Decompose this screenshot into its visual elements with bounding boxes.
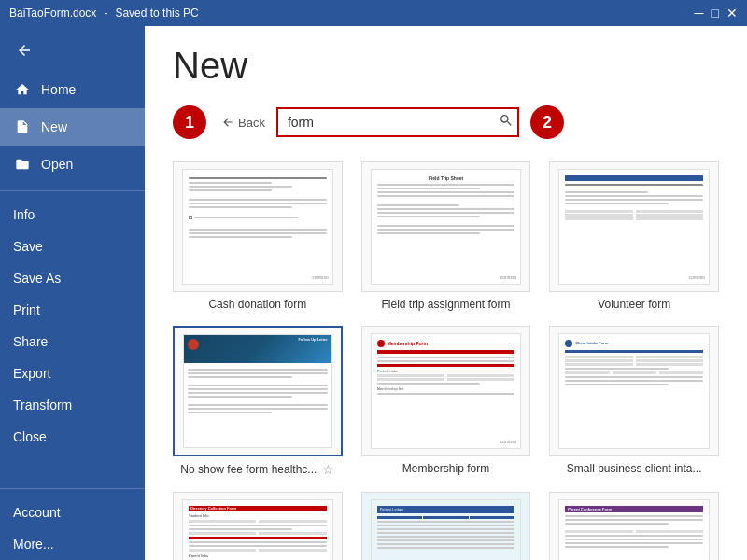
template-thumbnail-parent-conference: Parent Conference Form [549, 492, 719, 560]
restore-icon[interactable]: □ [712, 6, 719, 21]
template-thumbnail-field-trip: Field Trip Sheet co [361, 161, 531, 292]
template-item-volunteer[interactable]: contoso Volunteer form [549, 161, 719, 311]
template-thumbnail-volunteer: contoso [549, 161, 719, 292]
template-item-field-trip[interactable]: Field Trip Sheet co [361, 161, 531, 311]
template-thumbnail-directory: Directory Collection Form Student Info: [173, 492, 343, 560]
template-thumbnail-no-show-fee: Follow Up Letter [173, 326, 343, 456]
title-bar-left: BaiTaoForm.docx - Saved to this PC [9, 7, 199, 20]
sidebar-bottom: Account More... [0, 481, 145, 560]
back-link-label: Back [238, 116, 265, 130]
sidebar-divider-2 [0, 488, 145, 489]
template-label-no-show-fee: No show fee form healthc... [180, 463, 317, 476]
star-icon[interactable]: ☆ [322, 462, 334, 477]
sidebar-item-transform[interactable]: Transform [0, 389, 145, 421]
step-badge-1: 1 [173, 105, 206, 139]
template-item-patient-ledger[interactable]: Patient Ledger [361, 492, 531, 560]
sidebar-item-info[interactable]: Info [0, 199, 145, 231]
template-item-parent-conference[interactable]: Parent Conference Form [549, 492, 719, 560]
template-label-field-trip: Field trip assignment form [361, 298, 531, 311]
close-icon[interactable]: ✕ [726, 6, 738, 21]
home-icon [13, 80, 32, 99]
template-grid: contoso Cash donation form Field Trip Sh… [173, 161, 719, 560]
template-label-small-business: Small business client inta... [549, 462, 719, 475]
main-container: Home New Open Info Save Save As Print Sh… [0, 26, 747, 560]
template-item-membership[interactable]: Membership Form Parent Links [361, 326, 531, 477]
sidebar-item-print[interactable]: Print [0, 294, 145, 326]
step-badge-2: 2 [530, 105, 564, 139]
sidebar-item-open-label: Open [41, 157, 73, 172]
sidebar-item-export[interactable]: Export [0, 357, 145, 389]
back-link[interactable]: Back [221, 116, 265, 130]
search-bar: 1 Back 2 [173, 105, 719, 139]
sidebar: Home New Open Info Save Save As Print Sh… [0, 26, 145, 560]
title-bar-controls: ─ □ ✕ [695, 6, 738, 21]
template-item-directory[interactable]: Directory Collection Form Student Info: [173, 492, 343, 560]
template-label-membership: Membership form [361, 462, 531, 475]
sidebar-divider-1 [0, 190, 145, 191]
title-bar-separator: - [104, 7, 107, 20]
template-item-no-show-fee[interactable]: Follow Up Letter [173, 326, 343, 477]
title-bar-filename: BaiTaoForm.docx [9, 7, 96, 20]
template-label-volunteer: Volunteer form [549, 298, 719, 311]
open-icon [13, 155, 32, 174]
sidebar-item-home-label: Home [41, 82, 76, 97]
template-thumbnail-cash-donation: contoso [173, 161, 343, 292]
sidebar-item-saveas[interactable]: Save As [0, 262, 145, 294]
sidebar-item-close[interactable]: Close [0, 421, 145, 453]
content-area: New 1 Back 2 [145, 26, 747, 560]
title-bar-saved-status: Saved to this PC [115, 7, 198, 20]
sidebar-item-more[interactable]: More... [0, 528, 145, 560]
template-thumbnail-patient-ledger: Patient Ledger [361, 492, 531, 560]
title-bar: BaiTaoForm.docx - Saved to this PC ─ □ ✕ [0, 0, 747, 26]
sidebar-item-share[interactable]: Share [0, 326, 145, 357]
template-thumbnail-membership: Membership Form Parent Links [361, 326, 531, 456]
template-thumbnail-small-business: Client Intake Form [549, 326, 719, 456]
sidebar-item-account[interactable]: Account [0, 497, 145, 528]
sidebar-item-new[interactable]: New [0, 108, 145, 146]
sidebar-back-button[interactable] [7, 34, 41, 67]
minimize-icon[interactable]: ─ [695, 6, 704, 21]
search-input[interactable] [276, 107, 519, 137]
search-button[interactable] [499, 113, 514, 132]
page-title: New [173, 45, 719, 87]
sidebar-item-home[interactable]: Home [0, 71, 145, 108]
search-input-wrapper [276, 107, 519, 137]
sidebar-item-open[interactable]: Open [0, 146, 145, 183]
sidebar-item-new-label: New [41, 119, 67, 134]
template-item-small-business[interactable]: Client Intake Form [549, 326, 719, 477]
template-item-cash-donation[interactable]: contoso Cash donation form [173, 161, 343, 311]
template-label-cash-donation: Cash donation form [173, 298, 343, 311]
sidebar-item-save[interactable]: Save [0, 231, 145, 262]
new-icon [13, 118, 32, 136]
